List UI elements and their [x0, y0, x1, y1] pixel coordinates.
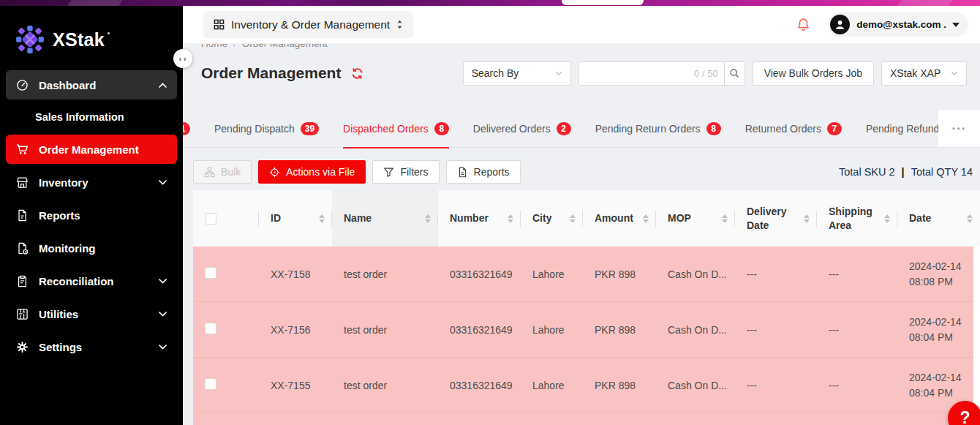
- column-label: Name: [344, 211, 372, 225]
- file-sync-icon: [16, 242, 29, 255]
- sort-icon: [502, 214, 513, 223]
- tab-count-badge: 8: [434, 122, 449, 135]
- sidebar-item-utilities[interactable]: Utilities: [6, 299, 177, 328]
- total-sku: Total SKU 2: [839, 166, 895, 178]
- topbar: Inventory & Order Management demo@xstak.…: [183, 6, 980, 44]
- clipboard-icon: [16, 275, 29, 287]
- xstak-xap-select[interactable]: XStak XAP: [881, 61, 967, 86]
- cell-shipping_area: ---: [817, 380, 897, 391]
- tab-pending-dispatch[interactable]: Pending Dispatch39: [214, 110, 319, 148]
- view-bulk-orders-job-button[interactable]: View Bulk Orders Job: [753, 61, 874, 86]
- tab-count-badge: 2: [557, 122, 571, 135]
- table-body: XX-7158test order03316321649LahorePKR 89…: [193, 247, 980, 425]
- refresh-icon[interactable]: [351, 67, 363, 80]
- filter-icon: [383, 167, 394, 178]
- search-by-select[interactable]: Search By: [463, 61, 571, 86]
- tab-label: Delivered Orders: [473, 123, 551, 135]
- column-header-amount[interactable]: Amount: [583, 190, 656, 247]
- row-checkbox[interactable]: [205, 378, 216, 390]
- browser-theme-strip: [0, 0, 980, 6]
- tab-returned-orders[interactable]: Returned Orders7: [745, 110, 842, 148]
- cell-shipping_area: ---: [817, 268, 897, 280]
- column-label: MOP: [668, 211, 691, 225]
- caret-down-icon: [952, 23, 960, 27]
- cell-delivery_date: ---: [735, 268, 817, 280]
- user-menu[interactable]: demo@xstak.com .: [828, 12, 968, 37]
- bulk-button[interactable]: Bulk: [193, 160, 252, 184]
- xap-label: XStak XAP: [890, 67, 941, 79]
- cell-delivery_date: ---: [735, 324, 817, 336]
- sidebar-item-label: Reconciliation: [39, 275, 114, 287]
- breadcrumb-home[interactable]: Home: [201, 44, 227, 49]
- tab-pending-return-orders[interactable]: Pending Return Orders8: [595, 110, 721, 148]
- row-checkbox[interactable]: [205, 267, 216, 279]
- char-counter: 0 / 50: [694, 68, 718, 79]
- column-header-shipping-area[interactable]: Shipping Area: [817, 190, 897, 247]
- notification-bell-icon[interactable]: [796, 18, 810, 31]
- app-switcher[interactable]: Inventory & Order Management: [203, 11, 413, 38]
- search-input[interactable]: [579, 62, 694, 85]
- column-label: Date: [909, 211, 931, 225]
- sidebar-item-reconciliation[interactable]: Reconciliation: [6, 266, 177, 296]
- column-header-delivery-date[interactable]: Delivery Date: [735, 190, 817, 247]
- cell-amount: PKR 898: [583, 268, 656, 280]
- cell-id: XX-7156: [259, 324, 332, 336]
- sort-icon: [961, 214, 973, 223]
- filters-button[interactable]: Filters: [372, 160, 439, 184]
- sidebar-subitem-sales-information[interactable]: Sales Information: [0, 103, 183, 131]
- sidebar-item-label: Order Management: [39, 143, 139, 156]
- breadcrumb-current: Order Management: [242, 44, 328, 49]
- column-header-mop[interactable]: MOP: [656, 190, 735, 247]
- cell-number: 03316321649: [438, 324, 521, 336]
- sidebar-item-inventory[interactable]: Inventory: [6, 168, 177, 197]
- cell-amount: PKR 898: [583, 324, 656, 336]
- chevron-down-icon: [159, 345, 167, 350]
- column-label: Number: [450, 211, 489, 225]
- sort-icon: [564, 214, 576, 223]
- sidebar-collapse-button[interactable]: ‹ ›: [173, 49, 192, 68]
- logo: XStak: [0, 6, 183, 59]
- sidebar-item-reports[interactable]: Reports: [6, 200, 177, 230]
- column-header-id[interactable]: ID: [259, 190, 332, 247]
- tab-count-badge: 7: [827, 122, 842, 135]
- sort-icon: [798, 214, 810, 223]
- tab-label: Pending Dispatch: [214, 123, 295, 135]
- filters-label: Filters: [400, 166, 428, 178]
- toolbar: Bulk Actions via File Filters Report: [193, 160, 973, 184]
- sort-icon: [716, 214, 728, 223]
- sidebar-item-dashboard[interactable]: Dashboard: [6, 70, 177, 99]
- report-file-icon: [457, 167, 468, 178]
- column-header-number[interactable]: Number: [438, 190, 521, 247]
- actions-via-file-button[interactable]: Actions via File: [258, 160, 366, 184]
- shop-icon: [16, 176, 29, 189]
- column-header-city[interactable]: City: [521, 190, 583, 247]
- sidebar-item-settings[interactable]: Settings: [6, 332, 177, 361]
- cell-number: 03316321649: [438, 380, 521, 391]
- sidebar-item-order-management[interactable]: Order Management: [6, 135, 177, 164]
- search-icon[interactable]: [724, 62, 745, 85]
- column-label: City: [532, 211, 551, 225]
- column-header-name[interactable]: Name: [332, 190, 438, 247]
- actions-via-file-label: Actions via File: [286, 166, 355, 178]
- select-all-checkbox[interactable]: [205, 213, 216, 225]
- more-tabs-button[interactable]: ···: [938, 110, 980, 147]
- chevron-up-icon: [159, 83, 167, 88]
- cell-mop: Cash On D...: [656, 380, 735, 391]
- tab-clipped-badge[interactable]: 1: [183, 122, 190, 135]
- reports-button[interactable]: Reports: [446, 160, 521, 184]
- sidebar-item-monitoring[interactable]: Monitoring: [6, 233, 177, 263]
- column-header-date[interactable]: Date: [897, 190, 980, 247]
- main-content: Home/Order Management Order Management S…: [183, 44, 980, 425]
- tab-dispatched-orders[interactable]: Dispatched Orders8: [343, 110, 449, 148]
- avatar: [830, 15, 850, 34]
- row-checkbox[interactable]: [205, 323, 216, 334]
- total-qty: Total QTY 14: [911, 166, 973, 178]
- cell-delivery_date: ---: [735, 380, 817, 391]
- logo-trademark-dot: [108, 32, 110, 34]
- sidebar: XStak DashboardSales InformationOrder Ma…: [0, 6, 183, 425]
- sort-icon: [419, 214, 431, 223]
- chevron-down-icon: [159, 312, 167, 317]
- tab-delivered-orders[interactable]: Delivered Orders2: [473, 110, 571, 148]
- tab-count-badge: 8: [706, 122, 721, 135]
- column-label: Amount: [595, 211, 633, 225]
